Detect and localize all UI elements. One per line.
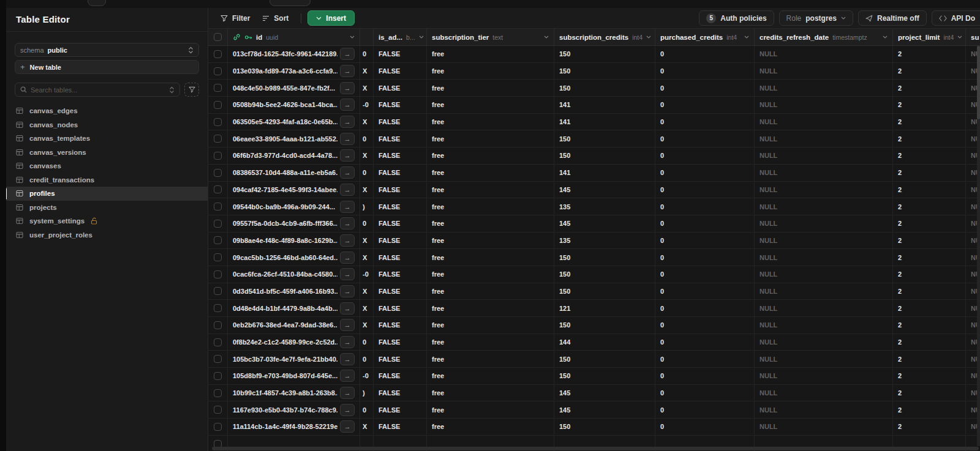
- column-header-su-clipped[interactable]: su: [966, 29, 980, 45]
- cell-credits-refresh-date[interactable]: NULL: [755, 401, 893, 418]
- cell-clipped[interactable]: -0: [360, 368, 374, 384]
- cell-clipped[interactable]: 0: [360, 46, 374, 62]
- cell-is-admin[interactable]: FALSE: [374, 198, 427, 215]
- table-row[interactable]: 06eaee33-8905-4aaa-b121-ab552... → 0 FAL…: [208, 130, 980, 147]
- row-checkbox[interactable]: [214, 101, 222, 109]
- row-checkbox[interactable]: [214, 152, 222, 160]
- cell-subscription-credits[interactable]: 150: [554, 63, 655, 80]
- expand-row-button[interactable]: →: [340, 387, 355, 399]
- table-row[interactable]: 063505e5-4293-4faf-a18c-0e65b... → X FAL…: [208, 114, 980, 131]
- cell-id[interactable]: 105bc3b7-03fe-4e7f-9efa-21bb40... →: [228, 351, 360, 367]
- table-row[interactable]: 094caf42-7185-4e45-99f3-14abee... → X FA…: [208, 182, 980, 199]
- cell-is-admin[interactable]: FALSE: [374, 182, 427, 198]
- cell-clipped[interactable]: X: [360, 300, 374, 316]
- expand-row-button[interactable]: →: [340, 285, 355, 297]
- table-row[interactable]: 0d48e4d4-b1bf-4479-9a8b-4a4b... → X FALS…: [208, 300, 980, 317]
- cell-credits-refresh-date[interactable]: NULL: [755, 198, 893, 215]
- cell-is-admin[interactable]: FALSE: [374, 114, 427, 130]
- sidebar-table-item[interactable]: credit_transactions: [6, 173, 208, 187]
- cell-project-limit[interactable]: 2: [893, 300, 966, 316]
- cell-project-limit[interactable]: 2: [893, 249, 966, 266]
- table-row[interactable]: 09557f5a-0dcb-4cb9-a6fb-fff366... → 0 FA…: [208, 215, 980, 233]
- cell-subscription-credits[interactable]: 150: [554, 147, 655, 164]
- cell-id[interactable]: 013e039a-fd89-473a-a3c6-ccfa9... →: [228, 63, 360, 80]
- cell-credits-refresh-date[interactable]: NULL: [755, 182, 893, 198]
- cell-credits-refresh-date[interactable]: NULL: [755, 114, 893, 130]
- table-row[interactable]: 09b8ae4e-f48c-4f89-8a8c-1629b... → X FAL…: [208, 233, 980, 250]
- cell-credits-refresh-date[interactable]: NULL: [755, 215, 893, 232]
- expand-row-button[interactable]: →: [340, 166, 355, 179]
- row-checkbox[interactable]: [214, 321, 222, 329]
- cell-subscription-tier[interactable]: free: [427, 368, 554, 384]
- cell-subscription-credits[interactable]: 145: [554, 215, 655, 232]
- sidebar-table-item[interactable]: canvas_edges: [6, 104, 208, 118]
- table-row[interactable]: 10b99c1f-4857-4c39-a8b1-263b8... → ) FAL…: [208, 385, 980, 402]
- cell-id[interactable]: 0d48e4d4-b1bf-4479-9a8b-4a4b... →: [228, 300, 360, 316]
- expand-row-button[interactable]: →: [340, 404, 355, 416]
- cell-credits-refresh-date[interactable]: NULL: [755, 334, 893, 351]
- cell-project-limit[interactable]: 2: [893, 147, 966, 164]
- cell-clipped[interactable]: ): [360, 198, 374, 215]
- cell-is-admin[interactable]: FALSE: [374, 63, 427, 80]
- cell-credits-refresh-date[interactable]: NULL: [755, 165, 893, 181]
- cell-project-limit[interactable]: 2: [893, 198, 966, 215]
- schema-select[interactable]: schema public: [15, 43, 199, 57]
- table-row[interactable]: 0cac6fca-26cf-4510-84ba-c4580... → -0 FA…: [208, 266, 980, 283]
- chevron-down-icon[interactable]: [646, 35, 651, 39]
- cell-project-limit[interactable]: 2: [893, 233, 966, 249]
- cell-project-limit[interactable]: 2: [893, 182, 966, 198]
- cell-project-limit[interactable]: 2: [893, 401, 966, 418]
- cell-purchased-credits[interactable]: 0: [655, 233, 755, 249]
- cell-subscription-credits[interactable]: 121: [554, 300, 655, 316]
- cell-subscription-tier[interactable]: free: [427, 419, 554, 435]
- cell-subscription-tier[interactable]: free: [427, 385, 554, 401]
- select-all-checkbox[interactable]: [214, 33, 222, 41]
- row-checkbox[interactable]: [214, 118, 222, 126]
- cell-purchased-credits[interactable]: 0: [655, 63, 755, 80]
- table-row[interactable]: 0f8b24e2-c1c2-4589-99ce-2c52d... → 0 FAL…: [208, 334, 980, 351]
- cell-subscription-tier[interactable]: free: [427, 165, 554, 181]
- cell-purchased-credits[interactable]: 0: [655, 385, 755, 401]
- cell-subscription-credits[interactable]: 141: [554, 97, 655, 113]
- cell-project-limit[interactable]: 2: [893, 114, 966, 130]
- cell-purchased-credits[interactable]: 0: [655, 368, 755, 384]
- row-checkbox[interactable]: [214, 135, 222, 143]
- expand-row-button[interactable]: →: [340, 268, 355, 280]
- expand-row-button[interactable]: →: [340, 336, 355, 348]
- expand-row-button[interactable]: →: [340, 217, 355, 229]
- cell-project-limit[interactable]: 2: [893, 130, 966, 147]
- row-checkbox[interactable]: [214, 423, 222, 431]
- cell-purchased-credits[interactable]: 0: [655, 283, 755, 300]
- cell-credits-refresh-date[interactable]: NULL: [755, 233, 893, 249]
- row-checkbox[interactable]: [214, 253, 222, 261]
- expand-row-button[interactable]: →: [340, 133, 355, 145]
- row-checkbox[interactable]: [214, 236, 222, 244]
- sidebar-table-item[interactable]: profiles: [6, 187, 208, 201]
- cell-purchased-credits[interactable]: 0: [655, 130, 755, 147]
- table-row[interactable]: 0eb2b676-38ed-4ea7-9dad-38e6... → X FALS…: [208, 317, 980, 334]
- cell-clipped[interactable]: X: [360, 233, 374, 249]
- cell-clipped[interactable]: X: [360, 249, 374, 266]
- row-checkbox[interactable]: [214, 220, 222, 228]
- cell-credits-refresh-date[interactable]: NULL: [755, 283, 893, 300]
- cell-is-admin[interactable]: FALSE: [374, 147, 427, 164]
- cell-subscription-credits[interactable]: 150: [554, 46, 655, 62]
- cell-is-admin[interactable]: FALSE: [374, 215, 427, 232]
- horizontal-scrollbar[interactable]: [212, 447, 979, 450]
- cell-purchased-credits[interactable]: 0: [655, 334, 755, 351]
- cell-clipped[interactable]: ): [360, 385, 374, 401]
- cell-subscription-tier[interactable]: free: [427, 300, 554, 316]
- cell-project-limit[interactable]: 2: [893, 419, 966, 435]
- cell-project-limit[interactable]: 2: [893, 368, 966, 384]
- cell-subscription-tier[interactable]: free: [427, 317, 554, 334]
- column-header-subscription-credits[interactable]: subscription_credits int4: [554, 29, 655, 45]
- cell-subscription-tier[interactable]: free: [427, 182, 554, 198]
- cell-purchased-credits[interactable]: 0: [655, 215, 755, 232]
- cell-is-admin[interactable]: FALSE: [374, 97, 427, 113]
- cell-is-admin[interactable]: FALSE: [374, 368, 427, 384]
- new-table-button[interactable]: + New table: [15, 60, 199, 74]
- cell-id[interactable]: 105d8bf9-e703-49bd-807d-645e... →: [228, 368, 360, 384]
- expand-row-button[interactable]: →: [340, 353, 355, 365]
- chevron-down-icon[interactable]: [544, 35, 549, 39]
- expand-row-button[interactable]: →: [340, 252, 355, 264]
